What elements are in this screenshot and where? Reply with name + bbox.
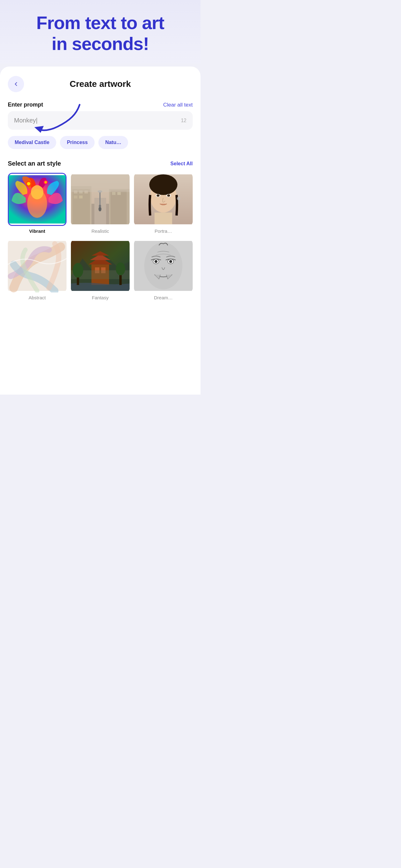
art-grid: Vibrant xyxy=(8,173,193,302)
realistic-label: Realistic xyxy=(71,228,130,235)
vibrant-image xyxy=(8,173,67,226)
portrait-label: Portra… xyxy=(134,228,193,235)
svg-rect-35 xyxy=(178,200,179,204)
svg-rect-21 xyxy=(118,192,121,195)
svg-point-34 xyxy=(177,197,180,200)
back-button[interactable] xyxy=(8,76,24,92)
svg-rect-12 xyxy=(72,189,90,224)
svg-rect-24 xyxy=(71,174,130,192)
hero-title: From text to art in seconds! xyxy=(9,12,191,54)
svg-point-7 xyxy=(44,181,47,184)
svg-point-50 xyxy=(155,260,157,263)
chip-princess[interactable]: Princess xyxy=(60,136,95,149)
abstract-label: Abstract xyxy=(8,295,67,302)
hero-section: From text to art in seconds! xyxy=(0,0,201,63)
svg-point-3 xyxy=(31,185,43,200)
clear-all-button[interactable]: Clear all text xyxy=(163,102,193,108)
svg-point-44 xyxy=(73,263,83,278)
art-card-fantasy[interactable]: Fantasy xyxy=(71,239,130,302)
svg-point-33 xyxy=(167,194,170,197)
chip-nature[interactable]: Natu… xyxy=(98,136,128,149)
prompt-section: Enter prompt Clear all text 12 xyxy=(8,101,193,130)
abstract-image xyxy=(8,239,67,292)
svg-point-5 xyxy=(27,182,30,186)
art-card-vibrant[interactable]: Vibrant xyxy=(8,173,67,235)
svg-rect-36 xyxy=(155,213,172,225)
main-content: Create artwork Enter prompt Clear all te… xyxy=(0,67,201,395)
prompt-label-row: Enter prompt Clear all text xyxy=(8,101,193,108)
chip-medieval-castle[interactable]: Medival Castle xyxy=(8,136,56,149)
svg-point-52 xyxy=(169,260,172,263)
svg-point-31 xyxy=(157,194,159,197)
svg-rect-19 xyxy=(110,191,127,224)
dream-label: Dream… xyxy=(134,295,193,302)
art-card-dream[interactable]: Dream… xyxy=(134,239,193,302)
suggestion-chips: Medival Castle Princess Natu… xyxy=(8,136,193,151)
svg-rect-20 xyxy=(112,192,115,195)
svg-point-26 xyxy=(99,205,101,208)
page-title: Create artwork xyxy=(24,79,176,89)
dream-image xyxy=(134,239,193,292)
art-card-portrait[interactable]: Portra… xyxy=(134,173,193,235)
portrait-image xyxy=(134,173,193,226)
prompt-input[interactable] xyxy=(14,117,178,124)
select-all-button[interactable]: Select All xyxy=(170,161,193,166)
fantasy-image xyxy=(71,239,130,292)
prompt-label: Enter prompt xyxy=(8,101,43,108)
prompt-input-wrapper: 12 xyxy=(8,111,193,130)
vibrant-label: Vibrant xyxy=(8,228,67,235)
fantasy-label: Fantasy xyxy=(71,295,130,302)
char-count: 12 xyxy=(181,118,187,123)
svg-point-46 xyxy=(116,262,125,275)
svg-rect-16 xyxy=(74,195,77,198)
svg-point-29 xyxy=(149,174,177,195)
art-card-realistic[interactable]: Realistic xyxy=(71,173,130,235)
art-card-abstract[interactable]: Abstract xyxy=(8,239,67,302)
realistic-image xyxy=(71,173,130,226)
svg-rect-17 xyxy=(79,195,82,198)
svg-point-48 xyxy=(144,243,182,289)
header-row: Create artwork xyxy=(8,76,193,92)
art-style-header: Select an art style Select All xyxy=(8,160,193,167)
art-style-label: Select an art style xyxy=(8,160,61,167)
